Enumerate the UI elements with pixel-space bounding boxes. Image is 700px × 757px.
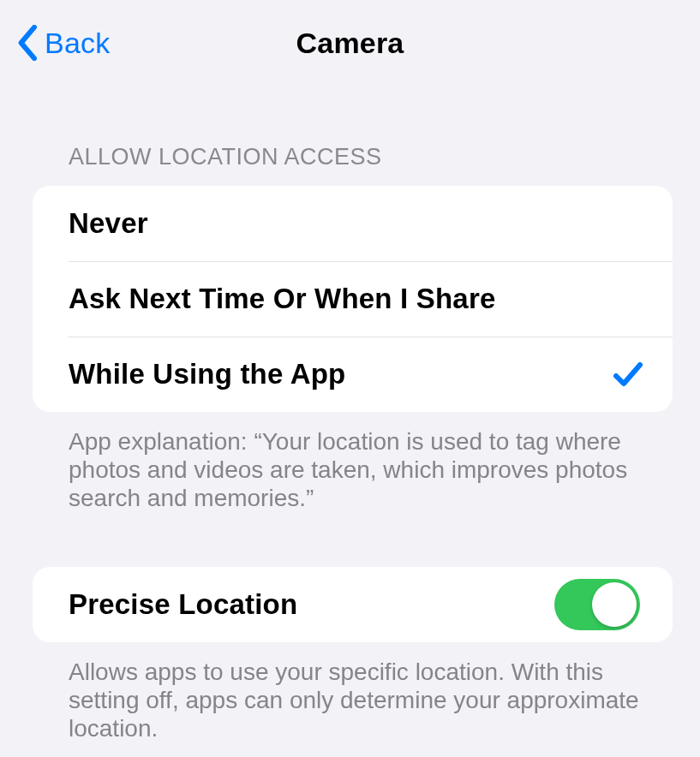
toggle-knob bbox=[592, 582, 637, 627]
section-footer-location-access: App explanation: “Your location is used … bbox=[33, 412, 673, 512]
back-label: Back bbox=[45, 27, 110, 60]
section-header-location-access: Allow Location Access bbox=[33, 86, 673, 186]
chevron-left-icon bbox=[17, 25, 39, 61]
location-option-while-using[interactable]: While Using the App bbox=[33, 337, 673, 412]
checkmark-icon bbox=[609, 355, 647, 393]
row-label: Ask Next Time Or When I Share bbox=[69, 283, 637, 315]
back-button[interactable]: Back bbox=[17, 25, 110, 61]
precise-location-toggle[interactable] bbox=[554, 579, 640, 630]
section-footer-precise-location: Allows apps to use your specific locatio… bbox=[33, 642, 673, 742]
precise-location-row[interactable]: Precise Location bbox=[33, 567, 673, 642]
row-label: While Using the App bbox=[69, 358, 609, 390]
group-spacer bbox=[33, 512, 673, 567]
row-label: Never bbox=[69, 207, 637, 240]
precise-location-group: Precise Location bbox=[33, 567, 673, 642]
location-option-ask-next-time[interactable]: Ask Next Time Or When I Share bbox=[33, 261, 673, 337]
page-title: Camera bbox=[296, 27, 404, 60]
navigation-bar: Back Camera bbox=[0, 0, 700, 86]
location-option-never[interactable]: Never bbox=[33, 186, 673, 261]
row-label: Precise Location bbox=[69, 588, 554, 621]
location-access-group: Never Ask Next Time Or When I Share Whil… bbox=[33, 186, 673, 412]
content-area: Allow Location Access Never Ask Next Tim… bbox=[0, 86, 700, 742]
